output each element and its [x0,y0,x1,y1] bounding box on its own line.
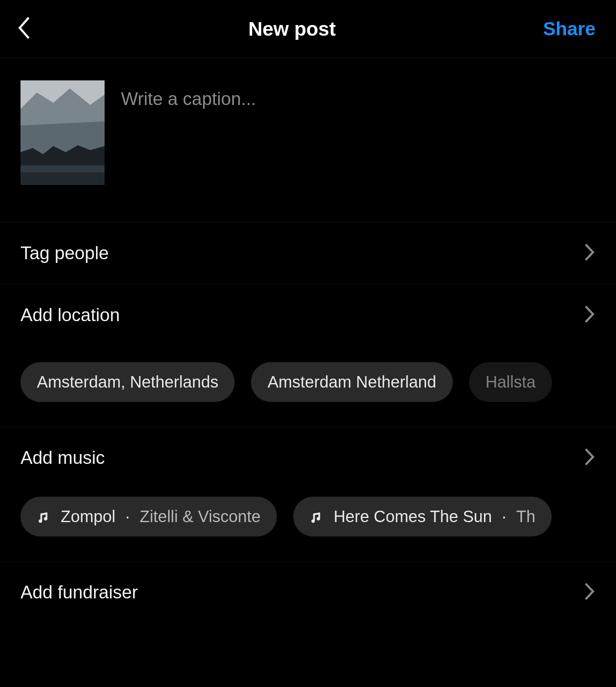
share-button[interactable]: Share [543,18,600,40]
music-suggestions-scroller[interactable]: Zompol · Zitelli & Visconte Here Comes T… [0,488,616,561]
music-chip[interactable]: Here Comes The Sun · Th [293,497,552,536]
music-chip-title: Zompol [61,507,115,526]
add-music-row[interactable]: Add music [0,427,616,488]
tag-people-row[interactable]: Tag people [0,222,616,284]
music-chip[interactable]: Zompol · Zitelli & Visconte [21,497,277,536]
thumbnail-image [21,80,105,185]
location-chip[interactable]: Amsterdam Netherland [251,362,452,402]
header-bar: New post Share [0,0,616,58]
music-chip-artist: Th [516,507,536,526]
chevron-left-icon [16,16,31,41]
location-suggestions-scroller[interactable]: Amsterdam, Netherlands Amsterdam Netherl… [0,346,616,427]
location-chip-label: Hallsta [486,373,536,391]
location-chip[interactable]: Amsterdam, Netherlands [21,362,235,402]
page-title: New post [41,18,543,40]
chevron-right-icon [584,447,595,468]
chevron-right-icon [584,305,595,325]
music-chip-title: Here Comes The Sun [333,507,492,526]
chevron-right-icon [584,243,595,263]
back-button[interactable] [16,16,41,41]
add-fundraiser-row[interactable]: Add fundraiser [0,561,616,623]
chevron-right-icon [584,582,595,603]
caption-section [0,58,616,222]
location-chip-label: Amsterdam Netherland [267,373,436,391]
location-chip[interactable]: Hallsta [469,362,552,402]
svg-rect-5 [21,166,105,172]
location-chip-label: Amsterdam, Netherlands [37,373,218,391]
music-note-icon [37,510,51,524]
caption-input[interactable] [121,80,595,109]
new-post-screen: New post Share Tag people Add location [0,0,616,687]
music-chip-artist: Zitelli & Visconte [140,507,261,526]
add-music-label: Add music [21,447,105,468]
post-thumbnail[interactable] [21,80,105,185]
add-location-label: Add location [21,305,120,325]
music-note-icon [310,510,324,524]
add-fundraiser-label: Add fundraiser [21,582,138,603]
add-location-row[interactable]: Add location [0,284,616,346]
tag-people-label: Tag people [21,243,109,263]
